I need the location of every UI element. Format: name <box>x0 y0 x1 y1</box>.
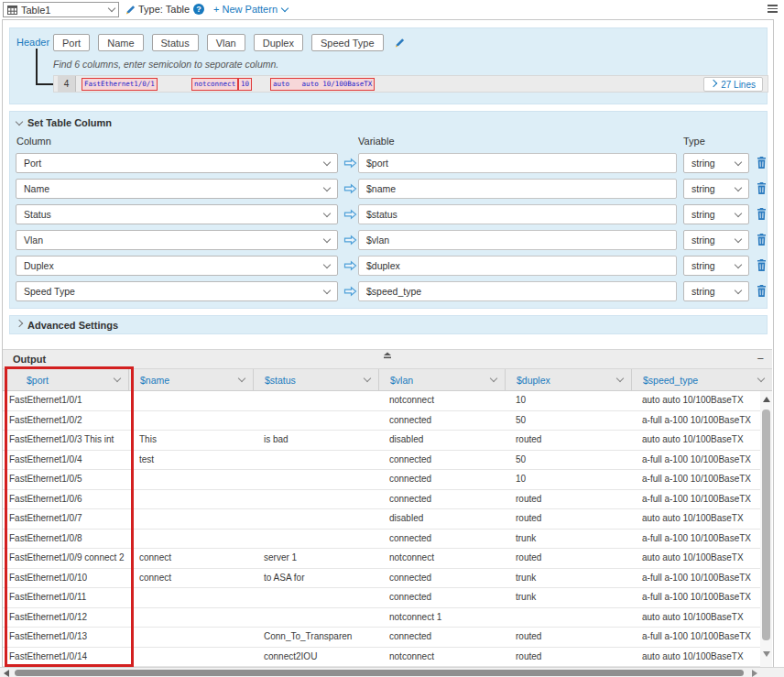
output-cell: FastEthernet1/0/9 connect 2 <box>3 549 129 568</box>
help-icon[interactable]: ? <box>193 4 204 15</box>
set-table-column-toggle[interactable]: Set Table Column <box>16 117 112 128</box>
advanced-settings-toggle[interactable]: Advanced Settings <box>9 315 768 334</box>
chevron-down-icon <box>735 235 742 242</box>
sample-line-row: 4 FastEthernet1/0/1 notconnect 10 auto a… <box>53 75 768 93</box>
column-tag-name[interactable]: Name <box>98 34 143 51</box>
variable-input[interactable]: $speed_type <box>358 281 677 301</box>
output-column-header[interactable]: $duplex <box>506 369 632 390</box>
delete-column-trash-icon[interactable] <box>757 285 767 297</box>
output-cell: a-full a-100 10/100BaseTX <box>632 470 760 489</box>
output-cell: connect <box>129 549 254 568</box>
table-row: FastEthernet1/0/6connectedrouteda-full a… <box>3 490 760 510</box>
column-dropdown[interactable]: Vlan <box>16 230 338 250</box>
matched-token-status[interactable]: notconnect <box>191 78 238 91</box>
output-cell <box>254 451 379 470</box>
column-dropdown[interactable]: Status <box>16 204 338 224</box>
map-arrow-icon <box>343 235 357 246</box>
minimize-output-button[interactable]: − <box>757 350 764 368</box>
variable-input[interactable]: $vlan <box>358 230 677 250</box>
horizontal-scrollbar[interactable] <box>0 667 784 677</box>
output-cell: notconnect <box>379 549 506 568</box>
type-dropdown-value: string <box>691 158 715 169</box>
column-tag-port[interactable]: Port <box>53 34 90 51</box>
chevron-down-icon <box>735 183 742 191</box>
type-dropdown[interactable]: string <box>683 256 749 276</box>
type-dropdown[interactable]: string <box>683 179 749 199</box>
output-column-header[interactable]: $vlan <box>379 369 506 390</box>
output-panel-header: Output − <box>3 349 772 369</box>
delete-column-trash-icon[interactable] <box>757 234 767 246</box>
chevron-down-icon <box>114 375 121 382</box>
lines-count-button[interactable]: 27 Lines <box>703 77 763 92</box>
matched-token-vlan[interactable]: 10 <box>238 78 252 91</box>
output-vertical-scrollbar[interactable] <box>760 391 772 667</box>
variable-value: $vlan <box>366 235 389 246</box>
column-dropdown[interactable]: Name <box>16 179 338 199</box>
delete-column-trash-icon[interactable] <box>757 208 767 220</box>
new-pattern-button[interactable]: + New Pattern <box>213 4 288 15</box>
output-cell <box>254 530 379 549</box>
collapse-panel-icon[interactable] <box>382 351 393 359</box>
type-dropdown[interactable]: string <box>683 153 749 173</box>
edit-table-pencil-icon[interactable] <box>125 4 136 16</box>
column-dropdown-value: Speed Type <box>24 286 75 297</box>
output-cell <box>129 648 254 667</box>
matched-token-speed[interactable]: auto auto 10/100BaseTX <box>270 78 375 91</box>
output-cell: FastEthernet1/0/7 <box>3 509 129 529</box>
scroll-left-icon[interactable] <box>4 670 9 677</box>
chevron-right-icon <box>16 320 23 327</box>
column-dropdown[interactable]: Port <box>16 153 338 173</box>
table-select[interactable]: Table1 <box>3 2 119 17</box>
column-tag-speed-type[interactable]: Speed Type <box>311 34 384 51</box>
header-column-tags: Port Name Status Vlan Duplex Speed Type <box>53 34 406 51</box>
variable-input[interactable]: $status <box>358 204 677 224</box>
columns-hint-text: Find 6 columns, enter semicolon to sepor… <box>53 59 278 70</box>
output-cell: a-full a-100 10/100BaseTX <box>632 628 760 647</box>
output-cell: trunk <box>506 588 632 607</box>
type-dropdown[interactable]: string <box>683 230 749 250</box>
type-dropdown[interactable]: string <box>683 204 749 224</box>
map-arrow-icon <box>343 209 357 220</box>
sample-line-number: 4 <box>58 76 76 92</box>
edit-header-pencil-icon[interactable] <box>394 37 406 49</box>
output-cell: auto auto 10/100BaseTX <box>632 509 760 529</box>
chevron-down-icon <box>281 4 289 11</box>
column-tag-duplex[interactable]: Duplex <box>254 34 303 51</box>
output-cell: routed <box>506 628 632 647</box>
variable-input[interactable]: $port <box>358 153 677 173</box>
scroll-down-icon[interactable] <box>763 651 770 657</box>
column-tag-vlan[interactable]: Vlan <box>207 34 245 51</box>
type-dropdown[interactable]: string <box>683 281 749 301</box>
column-dropdown[interactable]: Duplex <box>16 256 338 276</box>
chevron-down-icon <box>735 209 742 216</box>
chevron-down-icon <box>323 209 331 216</box>
vertical-scrollbar-thumb[interactable] <box>762 409 770 640</box>
column-dropdown[interactable]: Speed Type <box>16 281 338 301</box>
variable-input[interactable]: $duplex <box>358 256 677 276</box>
output-column-header[interactable]: $name <box>129 369 254 390</box>
output-cell: FastEthernet1/0/1 <box>3 391 129 410</box>
table-row: FastEthernet1/0/2connected50a-full a-100… <box>3 411 760 431</box>
delete-column-trash-icon[interactable] <box>757 157 767 169</box>
output-column-header[interactable]: $status <box>254 369 379 390</box>
output-column-header[interactable]: $speed_type <box>632 369 772 390</box>
output-column-name: $port <box>27 375 49 386</box>
column-tag-status[interactable]: Status <box>152 34 199 51</box>
variable-input[interactable]: $name <box>358 179 677 199</box>
chevron-down-icon <box>735 286 742 293</box>
matched-token-port[interactable]: FastEthernet1/0/1 <box>82 78 158 91</box>
scroll-up-icon[interactable] <box>763 397 770 402</box>
delete-column-trash-icon[interactable] <box>757 182 767 194</box>
output-cell: 50 <box>506 451 632 470</box>
horizontal-scrollbar-thumb[interactable] <box>15 670 744 676</box>
output-cell: 50 <box>506 411 632 431</box>
output-cell: routed <box>506 490 632 509</box>
output-cell <box>506 608 632 628</box>
menu-icon[interactable] <box>768 5 778 15</box>
delete-column-trash-icon[interactable] <box>757 259 767 271</box>
chevron-down-icon <box>323 260 331 268</box>
output-column-header[interactable]: $port <box>3 369 129 390</box>
scroll-right-icon[interactable] <box>752 670 757 677</box>
output-header-row: $port $name $status $vlan $duplex $speed… <box>3 369 772 391</box>
output-cell <box>254 470 379 489</box>
